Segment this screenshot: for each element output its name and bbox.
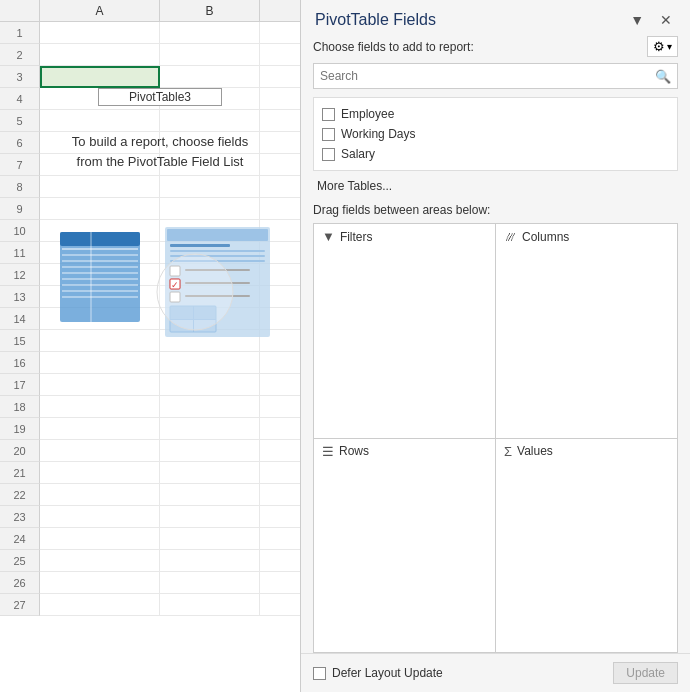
cell-19-b[interactable]	[160, 418, 260, 440]
cell-16-a[interactable]	[40, 352, 160, 374]
cell-15-a[interactable]	[40, 330, 160, 352]
columns-area[interactable]: ⫻ Columns	[496, 224, 677, 438]
cell-27-c[interactable]	[260, 594, 300, 616]
cell-22-b[interactable]	[160, 484, 260, 506]
cell-1-a[interactable]	[40, 22, 160, 44]
field-checkbox-working-days[interactable]	[322, 128, 335, 141]
search-input[interactable]	[314, 67, 649, 85]
cell-12-b[interactable]	[160, 264, 260, 286]
cell-15-c[interactable]	[260, 330, 300, 352]
cell-12-a[interactable]	[40, 264, 160, 286]
cell-20-b[interactable]	[160, 440, 260, 462]
field-checkbox-salary[interactable]	[322, 148, 335, 161]
cell-10-b[interactable]	[160, 220, 260, 242]
cell-21-c[interactable]	[260, 462, 300, 484]
cell-4-a[interactable]	[40, 88, 160, 110]
cell-16-c[interactable]	[260, 352, 300, 374]
cell-10-c[interactable]	[260, 220, 300, 242]
values-area[interactable]: Σ Values	[496, 439, 677, 653]
cell-8-b[interactable]	[160, 176, 260, 198]
panel-close-btn[interactable]: ✕	[656, 10, 676, 30]
cell-23-b[interactable]	[160, 506, 260, 528]
field-item-salary[interactable]: Salary	[318, 144, 673, 164]
cell-20-c[interactable]	[260, 440, 300, 462]
cell-15-b[interactable]	[160, 330, 260, 352]
filters-area[interactable]: ▼ Filters	[314, 224, 495, 438]
gear-button[interactable]: ⚙ ▾	[647, 36, 678, 57]
cell-10-a[interactable]	[40, 220, 160, 242]
cell-22-c[interactable]	[260, 484, 300, 506]
cell-17-a[interactable]	[40, 374, 160, 396]
cell-9-a[interactable]	[40, 198, 160, 220]
cell-4-c[interactable]	[260, 88, 300, 110]
cell-17-b[interactable]	[160, 374, 260, 396]
cell-24-b[interactable]	[160, 528, 260, 550]
field-checkbox-employee[interactable]	[322, 108, 335, 121]
cell-3-c[interactable]	[260, 66, 300, 88]
cell-6-c[interactable]	[260, 132, 300, 154]
cell-8-c[interactable]	[260, 176, 300, 198]
cell-24-a[interactable]	[40, 528, 160, 550]
cell-2-c[interactable]	[260, 44, 300, 66]
cell-3-b[interactable]	[160, 66, 260, 88]
cell-5-c[interactable]	[260, 110, 300, 132]
cell-12-c[interactable]	[260, 264, 300, 286]
cell-20-a[interactable]	[40, 440, 160, 462]
cell-21-a[interactable]	[40, 462, 160, 484]
cell-11-c[interactable]	[260, 242, 300, 264]
more-tables-link[interactable]: More Tables...	[313, 177, 678, 195]
cell-26-c[interactable]	[260, 572, 300, 594]
cell-6-b[interactable]	[160, 132, 260, 154]
cell-5-b[interactable]	[160, 110, 260, 132]
cell-2-a[interactable]	[40, 44, 160, 66]
cell-14-a[interactable]	[40, 308, 160, 330]
cell-13-b[interactable]	[160, 286, 260, 308]
cell-14-c[interactable]	[260, 308, 300, 330]
rows-area[interactable]: ☰ Rows	[314, 439, 495, 653]
cell-4-b[interactable]	[160, 88, 260, 110]
cell-23-a[interactable]	[40, 506, 160, 528]
cell-19-a[interactable]	[40, 418, 160, 440]
cell-22-a[interactable]	[40, 484, 160, 506]
panel-dropdown-btn[interactable]: ▼	[626, 10, 648, 30]
cell-1-c[interactable]	[260, 22, 300, 44]
cell-21-b[interactable]	[160, 462, 260, 484]
cell-7-b[interactable]	[160, 154, 260, 176]
cell-13-c[interactable]	[260, 286, 300, 308]
cell-16-b[interactable]	[160, 352, 260, 374]
cell-24-c[interactable]	[260, 528, 300, 550]
cell-25-b[interactable]	[160, 550, 260, 572]
cell-9-c[interactable]	[260, 198, 300, 220]
cell-27-a[interactable]	[40, 594, 160, 616]
cell-27-b[interactable]	[160, 594, 260, 616]
cell-8-a[interactable]	[40, 176, 160, 198]
cell-3-a[interactable]	[40, 66, 160, 88]
cell-1-b[interactable]	[160, 22, 260, 44]
field-item-working-days[interactable]: Working Days	[318, 124, 673, 144]
col-header-a[interactable]: A	[40, 0, 160, 22]
defer-checkbox[interactable]	[313, 667, 326, 680]
cell-18-c[interactable]	[260, 396, 300, 418]
cell-7-a[interactable]	[40, 154, 160, 176]
cell-11-a[interactable]	[40, 242, 160, 264]
field-item-employee[interactable]: Employee	[318, 104, 673, 124]
cell-18-a[interactable]	[40, 396, 160, 418]
cell-19-c[interactable]	[260, 418, 300, 440]
cell-5-a[interactable]	[40, 110, 160, 132]
cell-9-b[interactable]	[160, 198, 260, 220]
cell-11-b[interactable]	[160, 242, 260, 264]
col-header-c[interactable]: C	[260, 0, 300, 22]
cell-18-b[interactable]	[160, 396, 260, 418]
cell-17-c[interactable]	[260, 374, 300, 396]
col-header-b[interactable]: B	[160, 0, 260, 22]
cell-14-b[interactable]	[160, 308, 260, 330]
cell-23-c[interactable]	[260, 506, 300, 528]
cell-13-a[interactable]	[40, 286, 160, 308]
cell-26-b[interactable]	[160, 572, 260, 594]
cell-26-a[interactable]	[40, 572, 160, 594]
cell-6-a[interactable]	[40, 132, 160, 154]
cell-2-b[interactable]	[160, 44, 260, 66]
cell-25-a[interactable]	[40, 550, 160, 572]
cell-7-c[interactable]	[260, 154, 300, 176]
update-button[interactable]: Update	[613, 662, 678, 684]
